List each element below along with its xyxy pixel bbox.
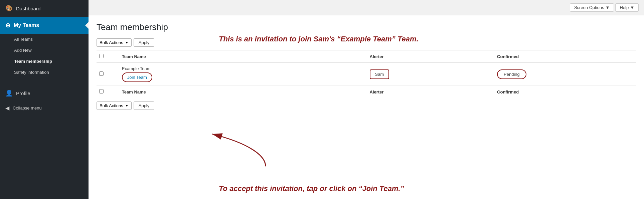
- profile-icon: 👤: [5, 89, 13, 97]
- sidebar-item-team-membership[interactable]: Team membership: [0, 56, 89, 67]
- team-table: Team Name Alerter Confirmed Exa: [97, 50, 636, 98]
- bulk-actions-arrow-icon-top: ▼: [125, 41, 129, 44]
- alerter-value: Sam: [370, 69, 389, 79]
- sidebar-my-teams-label: My Teams: [14, 22, 39, 28]
- confirmed-value: Pending: [497, 69, 526, 79]
- table-header-confirmed: Confirmed: [494, 50, 636, 63]
- page-title: Team membership: [97, 22, 636, 32]
- topbar: Screen Options ▼ Help ▼: [89, 0, 644, 15]
- table-header-row: Team Name Alerter Confirmed: [97, 50, 636, 63]
- footer-alerter-cell: Alerter: [367, 86, 494, 98]
- screen-options-button[interactable]: Screen Options ▼: [570, 3, 614, 12]
- row-team-cell: Example Team Join Team: [119, 63, 367, 86]
- table-header-alerter: Alerter: [367, 50, 494, 63]
- main-content: Screen Options ▼ Help ▼ Team membership …: [89, 0, 644, 199]
- bulk-actions-bar-top: Bulk Actions ▼ Apply: [97, 38, 636, 47]
- footer-checkbox[interactable]: [99, 89, 104, 93]
- sidebar-item-safety-information[interactable]: Safety information: [0, 67, 89, 78]
- table-row: Example Team Join Team Sam Pending: [97, 63, 636, 86]
- screen-options-arrow-icon: ▼: [606, 5, 610, 10]
- join-team-button[interactable]: Join Team: [122, 72, 152, 82]
- my-teams-icon: ⊕: [5, 22, 10, 29]
- footer-check-cell: [97, 86, 119, 98]
- row-checkbox[interactable]: [99, 71, 104, 76]
- select-all-checkbox[interactable]: [99, 54, 104, 58]
- screen-options-label: Screen Options: [574, 5, 604, 10]
- table-header-team-name: Team Name: [119, 50, 367, 63]
- help-button[interactable]: Help ▼: [615, 3, 639, 12]
- sidebar-item-all-teams[interactable]: All Teams: [0, 34, 89, 45]
- team-name-text: Example Team: [122, 66, 364, 71]
- sidebar: 🎨 Dashboard ⊕ My Teams All Teams Add New…: [0, 0, 89, 199]
- table-header-check: [97, 50, 119, 63]
- sidebar-profile-label: Profile: [16, 90, 30, 96]
- sidebar-dashboard-label: Dashboard: [16, 6, 40, 11]
- sidebar-collapse-label: Collapse menu: [13, 106, 42, 111]
- row-checkbox-cell: [97, 63, 119, 86]
- footer-team-cell: Team Name: [119, 86, 367, 98]
- collapse-icon: ◀: [5, 105, 9, 111]
- sidebar-item-dashboard[interactable]: 🎨 Dashboard: [0, 0, 89, 17]
- row-confirmed-cell: Pending: [494, 63, 636, 86]
- sidebar-item-add-new[interactable]: Add New: [0, 45, 89, 56]
- table-footer-row: Team Name Alerter Confirmed: [97, 86, 636, 98]
- bulk-actions-label-bottom: Bulk Actions: [100, 103, 123, 108]
- bulk-actions-select-top[interactable]: Bulk Actions ▼: [97, 38, 132, 47]
- apply-button-top[interactable]: Apply: [134, 38, 155, 47]
- apply-button-bottom[interactable]: Apply: [134, 102, 155, 110]
- sidebar-item-my-teams[interactable]: ⊕ My Teams: [0, 17, 89, 34]
- footer-confirmed-cell: Confirmed: [494, 86, 636, 98]
- sidebar-divider: [0, 80, 89, 80]
- page-content: Team membership Bulk Actions ▼ Apply Tea…: [89, 15, 644, 199]
- help-arrow-icon: ▼: [630, 5, 634, 10]
- bulk-actions-select-bottom[interactable]: Bulk Actions ▼: [97, 102, 132, 110]
- row-alerter-cell: Sam: [367, 63, 494, 86]
- annotation-bottom-text: To accept this invitation, tap or click …: [219, 184, 404, 193]
- bulk-actions-label-top: Bulk Actions: [100, 40, 123, 45]
- sidebar-collapse-menu[interactable]: ◀ Collapse menu: [0, 102, 89, 115]
- dashboard-icon: 🎨: [5, 5, 13, 12]
- help-label: Help: [620, 5, 629, 10]
- bulk-actions-bar-bottom: Bulk Actions ▼ Apply: [97, 102, 636, 110]
- bulk-actions-arrow-icon-bottom: ▼: [125, 104, 129, 108]
- sidebar-item-profile[interactable]: 👤 Profile: [0, 85, 89, 102]
